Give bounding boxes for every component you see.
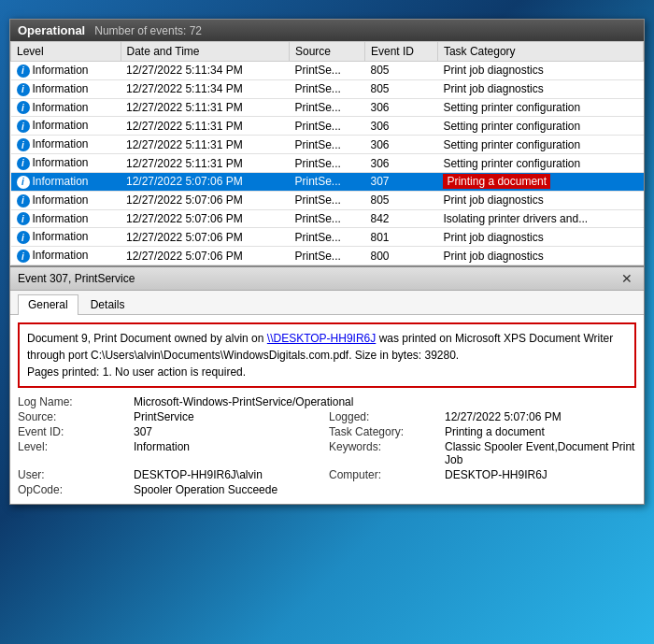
cell-level: iInformation: [11, 228, 121, 247]
logged-value: 12/27/2022 5:07:06 PM: [445, 410, 636, 423]
table-row[interactable]: iInformation12/27/2022 5:11:31 PMPrintSe…: [11, 98, 644, 117]
level-text: Information: [33, 249, 89, 262]
keywords-label: Keywords:: [329, 440, 441, 466]
info-icon: i: [17, 120, 30, 133]
level-label: Level:: [18, 440, 130, 466]
info-icon: i: [17, 212, 30, 225]
cell-source: PrintSe...: [290, 172, 365, 191]
cell-source: PrintSe...: [290, 136, 365, 154]
col-eventid: Event ID: [364, 42, 437, 62]
cell-task-category: Setting printer configuration: [437, 117, 643, 136]
table-row[interactable]: iInformation12/27/2022 5:11:34 PMPrintSe…: [11, 79, 644, 98]
cell-event-id: 805: [364, 191, 437, 209]
cell-task-category: Setting printer configuration: [437, 154, 643, 173]
cell-task-category: Setting printer configuration: [437, 98, 643, 117]
cell-datetime: 12/27/2022 5:11:34 PM: [121, 62, 290, 80]
event-description-box: Document 9, Print Document owned by alvi…: [18, 322, 636, 388]
cell-event-id: 801: [364, 228, 437, 247]
cell-source: PrintSe...: [290, 154, 365, 173]
cell-level: iInformation: [11, 154, 121, 173]
table-row[interactable]: iInformation12/27/2022 5:11:31 PMPrintSe…: [11, 117, 644, 136]
description-link[interactable]: \\DESKTOP-HH9IR6J: [267, 332, 376, 345]
opcode-label: OpCode:: [18, 483, 130, 496]
cell-event-id: 805: [364, 79, 437, 98]
cell-event-id: 307: [364, 172, 437, 191]
cell-task-category: Printing a document: [437, 172, 643, 191]
table-row[interactable]: iInformation12/27/2022 5:11:31 PMPrintSe…: [11, 154, 644, 173]
info-icon: i: [17, 64, 30, 78]
task-category-highlighted: Printing a document: [443, 174, 550, 189]
detail-content: Document 9, Print Document owned by alvi…: [10, 315, 644, 504]
table-row[interactable]: iInformation12/27/2022 5:07:06 PMPrintSe…: [11, 247, 644, 265]
cell-level: iInformation: [11, 79, 121, 98]
cell-task-category: Print job diagnostics: [437, 62, 643, 80]
cell-source: PrintSe...: [290, 79, 365, 98]
operational-label: Operational: [18, 23, 85, 37]
cell-event-id: 306: [364, 117, 437, 136]
events-table-wrapper[interactable]: Level Date and Time Source Event ID Task…: [10, 41, 644, 265]
cell-level: iInformation: [11, 117, 121, 136]
info-icon: i: [17, 83, 30, 96]
info-icon: i: [17, 101, 30, 114]
table-row[interactable]: iInformation12/27/2022 5:07:06 PMPrintSe…: [11, 228, 644, 247]
cell-datetime: 12/27/2022 5:11:34 PM: [121, 79, 290, 98]
table-row[interactable]: iInformation12/27/2022 5:11:34 PMPrintSe…: [11, 62, 644, 80]
cell-task-category: Isolating printer drivers and...: [437, 209, 643, 228]
cell-datetime: 12/27/2022 5:07:06 PM: [121, 172, 290, 191]
cell-level: iInformation: [11, 172, 121, 191]
level-text: Information: [33, 193, 89, 207]
tab-general[interactable]: General: [18, 294, 78, 315]
level-text: Information: [33, 137, 89, 150]
description-pre: Document 9, Print Document owned by alvi…: [27, 332, 267, 345]
event-id-label: Event ID:: [18, 425, 130, 438]
cell-event-id: 805: [364, 62, 437, 80]
level-text: Information: [33, 101, 89, 114]
level-text: Information: [33, 175, 89, 188]
cell-datetime: 12/27/2022 5:11:31 PM: [121, 117, 290, 136]
computer-value: DESKTOP-HH9IR6J: [445, 468, 636, 481]
log-name-label: Log Name:: [18, 395, 130, 408]
cell-datetime: 12/27/2022 5:07:06 PM: [121, 209, 290, 228]
info-icon: i: [17, 231, 30, 244]
detail-title: Event 307, PrintService: [18, 272, 135, 285]
source-value: PrintService: [134, 410, 325, 423]
event-detail-panel: Event 307, PrintService ✕ General Detail…: [10, 265, 644, 504]
source-label: Source:: [18, 410, 130, 423]
level-text: Information: [33, 212, 89, 225]
task-category-value: Printing a document: [445, 425, 636, 438]
opcode-value: Spooler Operation Succeede: [134, 483, 636, 496]
cell-event-id: 306: [364, 154, 437, 173]
event-id-value: 307: [134, 425, 325, 438]
info-icon: i: [17, 138, 30, 151]
cell-event-id: 800: [364, 247, 437, 265]
info-icon: i: [17, 250, 30, 263]
task-category-label: Task Category:: [329, 425, 441, 438]
cell-source: PrintSe...: [290, 98, 365, 117]
cell-task-category: Print job diagnostics: [437, 247, 643, 265]
cell-source: PrintSe...: [290, 191, 365, 209]
table-row[interactable]: iInformation12/27/2022 5:07:06 PMPrintSe…: [11, 172, 644, 191]
detail-header: Event 307, PrintService ✕: [10, 267, 644, 291]
cell-source: PrintSe...: [290, 209, 365, 228]
level-text: Information: [33, 64, 89, 77]
close-button[interactable]: ✕: [618, 271, 636, 286]
col-source: Source: [290, 42, 365, 62]
cell-level: iInformation: [11, 191, 121, 209]
cell-level: iInformation: [11, 62, 121, 80]
table-row[interactable]: iInformation12/27/2022 5:07:06 PMPrintSe…: [11, 209, 644, 228]
log-name-value: Microsoft-Windows-PrintService/Operation…: [134, 395, 636, 408]
user-value: DESKTOP-HH9IR6J\alvin: [134, 468, 325, 481]
level-text: Information: [33, 230, 89, 243]
computer-label: Computer:: [329, 468, 441, 481]
table-row[interactable]: iInformation12/27/2022 5:07:06 PMPrintSe…: [11, 191, 644, 209]
cell-datetime: 12/27/2022 5:11:31 PM: [121, 98, 290, 117]
tab-details[interactable]: Details: [80, 294, 135, 314]
table-row[interactable]: iInformation12/27/2022 5:11:31 PMPrintSe…: [11, 136, 644, 154]
events-table: Level Date and Time Source Event ID Task…: [10, 41, 644, 265]
user-label: User:: [18, 468, 130, 481]
event-count: Number of events: 72: [94, 24, 202, 37]
level-text: Information: [33, 82, 89, 95]
keywords-value: Classic Spooler Event,Document Print Job: [445, 440, 636, 466]
col-taskcategory: Task Category: [437, 42, 643, 62]
detail-fields-grid: Log Name: Microsoft-Windows-PrintService…: [18, 395, 636, 496]
